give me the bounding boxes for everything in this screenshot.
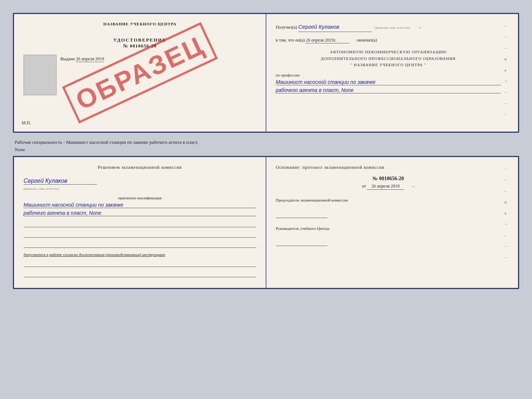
school-name-top: НАЗВАНИЕ УЧЕБНОГО ЦЕНТРА [24, 22, 256, 26]
person-name-line: Сергей Кулаков (фамилия, имя, отчество) [24, 178, 256, 191]
sig-line-3 [24, 241, 256, 248]
protocol-date-prefix: от [362, 184, 366, 189]
issue-date: Выдано 26 апреля 2019 [24, 56, 256, 62]
profession-label: по профессии [276, 73, 501, 77]
middle-text: Рабочая специальность - Машинист насосно… [13, 136, 519, 156]
rukovoditel-title: Руководитель учебного Центра [276, 225, 501, 232]
org-line-3: " НАЗВАНИЕ УЧЕБНОГО ЦЕНТРА " [276, 62, 501, 68]
допускается-text: допускается к работе согласно должностны… [24, 252, 256, 258]
recipient-label: Получил(а) [276, 25, 297, 30]
protocol-date-value: 26 апреля 2019 [367, 184, 404, 190]
chairman-sig-line [276, 211, 327, 218]
chairman-block: Председатель экзаменационной комиссии [276, 197, 501, 218]
recipient-sublabel: (фамилия, имя, отчество) [375, 26, 410, 29]
cert-left-page-2: Решением экзаменационной комиссии Сергей… [14, 157, 266, 288]
dash-right: – [412, 184, 414, 189]
profession-line-2: рабочего агента в пласт, None [276, 87, 501, 93]
recipient-line: Получил(а) Сергей Кулаков (фамилия, имя,… [276, 22, 501, 32]
org-block: АВТОНОМНУЮ НЕКОММЕРЧЕСКУЮ ОРГАНИЗАЦИЮ ДО… [276, 49, 501, 68]
cert-right-page-1: Получил(а) Сергей Кулаков (фамилия, имя,… [266, 14, 518, 132]
right-side-chars: – – – и а ← – – – [504, 22, 508, 116]
допускается-prefix: допускается к [24, 252, 48, 257]
commission-title: Решением экзаменационной комиссии [24, 165, 256, 170]
sig-line-5 [24, 270, 256, 277]
допускается-value: работе согласно должностным (производств… [49, 252, 165, 257]
qualification-line-2: рабочего агента в пласт, None [24, 210, 256, 216]
cert-left-page-1: НАЗВАНИЕ УЧЕБНОГО ЦЕНТРА УДОСТОВЕРЕНИЕ №… [14, 14, 266, 132]
mp-label: М.П. [22, 120, 31, 126]
page-wrapper: НАЗВАНИЕ УЧЕБНОГО ЦЕНТРА УДОСТОВЕРЕНИЕ №… [7, 7, 525, 298]
org-line-2: ДОПОЛНИТЕЛЬНОГО ПРОФЕССИОНАЛЬНОГО ОБРАЗО… [276, 56, 501, 62]
cert-title: УДОСТОВЕРЕНИЕ [24, 37, 256, 43]
assigned-text: присвоена квалификация [24, 196, 256, 200]
osnov-title: Основание: протокол экзаменационной коми… [276, 165, 501, 170]
signature-lines [24, 220, 256, 248]
bottom-lines-2 [24, 260, 256, 277]
profession-line-1: Машинист насосной станции по закачке [276, 79, 501, 85]
photo-placeholder [24, 55, 57, 95]
protocol-number: № 0010656-20 [276, 176, 501, 182]
rukovoditel-sig-line [276, 239, 327, 246]
protocol-date: от 26 апреля 2019 – [276, 184, 501, 190]
middle-text-line1: Рабочая специальность - Машинист насосно… [15, 139, 517, 146]
right-side-chars-2: – – – и а ← – – – [504, 165, 508, 259]
qualification-line-1: Машинист насосной станции по закачке [24, 202, 256, 208]
date-label: в том, что он(а) [276, 38, 305, 43]
date-value: 26 апреля 2019г. [306, 38, 350, 43]
middle-text-line2: None [15, 146, 517, 153]
cert-right-page-2: Основание: протокол экзаменационной коми… [266, 157, 518, 288]
sig-line-4 [24, 260, 256, 267]
sig-line-2 [24, 230, 256, 238]
chairman-title: Председатель экзаменационной комиссии [276, 197, 501, 203]
date-line: в том, что он(а) 26 апреля 2019г. окончи… [276, 38, 501, 43]
dash-1: – [419, 25, 421, 30]
cert-book-1: НАЗВАНИЕ УЧЕБНОГО ЦЕНТРА УДОСТОВЕРЕНИЕ №… [13, 13, 519, 133]
cert-number: № 0010656-20 [24, 43, 256, 49]
finished-label: окончил(а) [356, 38, 377, 43]
recipient-name: Сергей Кулаков [298, 22, 372, 32]
org-line-1: АВТОНОМНУЮ НЕКОММЕРЧЕСКУЮ ОРГАНИЗАЦИЮ [276, 49, 501, 56]
person-name: Сергей Кулаков [24, 178, 97, 185]
sig-line-1 [24, 220, 256, 227]
person-sublabel: (фамилия, имя, отчество) [24, 187, 59, 190]
issued-date-value: 26 апреля 2019 [76, 56, 104, 62]
rukovoditel-block: Руководитель учебного Центра [276, 225, 501, 246]
cert-book-2: Решением экзаменационной комиссии Сергей… [13, 156, 519, 289]
issued-label: Выдано [60, 56, 75, 61]
